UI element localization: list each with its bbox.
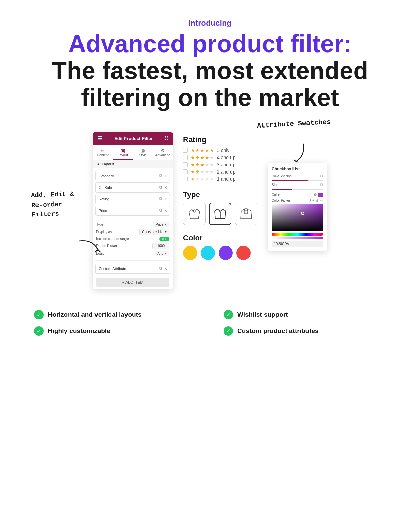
title-line3: filtering on the market bbox=[81, 84, 339, 111]
collapse-icon[interactable]: ▲ bbox=[97, 162, 100, 165]
grid-icon[interactable]: ⠿ bbox=[165, 136, 168, 141]
item-actions-price: ⧉ × bbox=[159, 208, 167, 213]
row-spacing-checkbox[interactable]: ☐ bbox=[320, 174, 323, 178]
setting-value-type[interactable]: Price ▼ bbox=[153, 222, 169, 227]
tab-content[interactable]: ✏ Content bbox=[93, 145, 113, 160]
panel-items: Category ⧉ × On Sale ⧉ × bbox=[93, 168, 173, 219]
hamburger-icon[interactable]: ☰ bbox=[97, 135, 102, 142]
rating-rows: ★★★★★ 5 only ★★★★★ 4 and up bbox=[183, 148, 257, 182]
close-icon[interactable]: × bbox=[164, 266, 167, 271]
rating-checkbox-1[interactable] bbox=[183, 177, 188, 181]
type-icon-jacket[interactable] bbox=[209, 203, 231, 225]
copy-icon[interactable]: ⧉ bbox=[159, 185, 162, 190]
color-swatch-mini[interactable] bbox=[318, 193, 323, 197]
rating-label-1: 1 and up bbox=[217, 176, 236, 182]
middle-panel: Rating ★★★★★ 5 only ★★★★★ bbox=[183, 132, 257, 260]
panel-tabs: ✏ Content ▣ Layout ◎ Style ⚙ Advanced bbox=[93, 145, 173, 160]
type-icon-vest[interactable] bbox=[183, 203, 206, 225]
title-line2: The fastest, most extended bbox=[52, 57, 368, 84]
main-content: Add, Edit &Re-orderFilters ☰ Edit Produc… bbox=[0, 118, 420, 300]
check-icon-3: ✓ bbox=[34, 326, 44, 336]
copy-icon[interactable]: ⧉ bbox=[159, 173, 162, 179]
refresh-icon[interactable]: ↺ bbox=[308, 199, 311, 203]
item-actions-rating: ⧉ × bbox=[159, 196, 167, 202]
rating-label-5: 5 only bbox=[217, 148, 229, 153]
layout-section-header: ▲ Layout bbox=[93, 160, 173, 168]
copy-icon[interactable]: ⧉ bbox=[159, 196, 162, 202]
type-icon-hoodie[interactable] bbox=[235, 203, 257, 225]
color-picker-cursor bbox=[301, 212, 304, 215]
color-label: Color bbox=[272, 193, 280, 197]
type-value-text: Price bbox=[155, 223, 163, 226]
rating-checkbox-3[interactable] bbox=[183, 162, 188, 167]
chevron-down-icon: ▼ bbox=[165, 231, 167, 233]
feature-text-2: Wishlist support bbox=[237, 311, 288, 318]
hue-bar[interactable] bbox=[272, 233, 323, 236]
stars-4: ★★★★★ bbox=[191, 155, 214, 160]
rating-title: Rating bbox=[183, 135, 257, 144]
color-picker-gradient[interactable] bbox=[272, 204, 323, 231]
alpha-bar[interactable] bbox=[272, 237, 323, 239]
copy-icon[interactable]: ⧉ bbox=[159, 208, 162, 213]
rating-label-3: 3 and up bbox=[217, 162, 236, 167]
close-icon[interactable]: × bbox=[164, 196, 167, 202]
color-swatch-yellow[interactable] bbox=[183, 246, 197, 260]
tab-style[interactable]: ◎ Style bbox=[133, 145, 153, 160]
stars-3: ★★★★★ bbox=[191, 162, 214, 167]
rating-label-4: 4 and up bbox=[217, 155, 236, 160]
arrow-left bbox=[76, 238, 103, 255]
item-name-onsale: On Sale bbox=[99, 185, 112, 190]
hex-input[interactable] bbox=[272, 241, 323, 247]
item-actions-category: ⧉ × bbox=[159, 173, 167, 179]
panel-header: ☰ Edit Product Filter ⠿ bbox=[93, 132, 173, 145]
size-bar[interactable] bbox=[272, 189, 323, 190]
setting-value-display[interactable]: Checkbox List ▼ bbox=[139, 229, 169, 235]
row-spacing-bar[interactable] bbox=[272, 180, 323, 181]
divider bbox=[95, 260, 170, 261]
stars-2: ★★★★★ bbox=[191, 169, 214, 175]
item-actions-onsale: ⧉ × bbox=[159, 185, 167, 190]
edit-icon[interactable]: ✏ bbox=[320, 199, 323, 203]
settings-row-logic: Logic And ▼ bbox=[96, 251, 169, 256]
toggle-yes[interactable]: YES bbox=[159, 237, 169, 241]
setting-value-distance[interactable]: 1000 bbox=[152, 243, 169, 249]
setting-value-logic[interactable]: And ▼ bbox=[155, 251, 169, 256]
color-swatch-purple[interactable] bbox=[219, 246, 233, 260]
rating-checkbox-5[interactable] bbox=[183, 148, 188, 153]
right-panel: Attribute Swatches Checkbox List Row Spa… bbox=[268, 132, 327, 251]
feature-text-1: Horizontal and vertical layouts bbox=[48, 311, 142, 318]
arrow-right bbox=[288, 142, 309, 166]
feature-item-4: ✓ Custom product attributes bbox=[224, 326, 386, 336]
check-icon-1: ✓ bbox=[34, 310, 44, 319]
rating-checkbox-4[interactable] bbox=[183, 155, 188, 160]
color-swatch-cyan[interactable] bbox=[201, 246, 215, 260]
add-item-button[interactable]: + ADD ITEM bbox=[96, 278, 169, 287]
tab-layout[interactable]: ▣ Layout bbox=[113, 145, 133, 160]
list-item: Price ⧉ × bbox=[95, 206, 170, 216]
layout-section-label: Layout bbox=[102, 162, 114, 166]
close-icon[interactable]: × bbox=[164, 173, 167, 179]
tab-advanced[interactable]: ⚙ Advanced bbox=[153, 145, 173, 160]
trash-icon[interactable]: 🗑 bbox=[316, 199, 319, 203]
rating-checkbox-2[interactable] bbox=[183, 169, 188, 174]
advanced-icon: ⚙ bbox=[161, 148, 165, 153]
size-checkbox[interactable]: ☐ bbox=[320, 183, 323, 187]
color-picker-title-row: Color Picker ↺ + 🗑 ✏ bbox=[272, 199, 323, 203]
color-swatch-red[interactable] bbox=[236, 246, 251, 260]
feature-item-2: ✓ Wishlist support bbox=[224, 310, 386, 319]
close-icon[interactable]: × bbox=[164, 208, 167, 213]
item-name-category: Category bbox=[99, 174, 114, 178]
settings-icon[interactable]: ⚙ bbox=[314, 193, 317, 197]
swatch-panel: Checkbox List Row Spacing ☐ Size ☐ bbox=[268, 163, 327, 251]
item-name-custom: Custom Attribute bbox=[99, 267, 126, 271]
jacket-svg bbox=[213, 206, 228, 221]
copy-icon[interactable]: ⧉ bbox=[159, 266, 162, 271]
chevron-down-icon: ▼ bbox=[165, 252, 167, 255]
settings-row-custom-range: Include custom range YES bbox=[96, 237, 169, 241]
filter-panel: ☰ Edit Product Filter ⠿ ✏ Content ▣ Layo… bbox=[93, 132, 173, 289]
add-icon[interactable]: + bbox=[312, 199, 314, 203]
features-section: ✓ Horizontal and vertical layouts ✓ Wish… bbox=[0, 300, 420, 356]
close-icon[interactable]: × bbox=[164, 185, 167, 190]
setting-label-display: Display as bbox=[96, 230, 112, 234]
logic-value-text: And bbox=[157, 252, 163, 255]
